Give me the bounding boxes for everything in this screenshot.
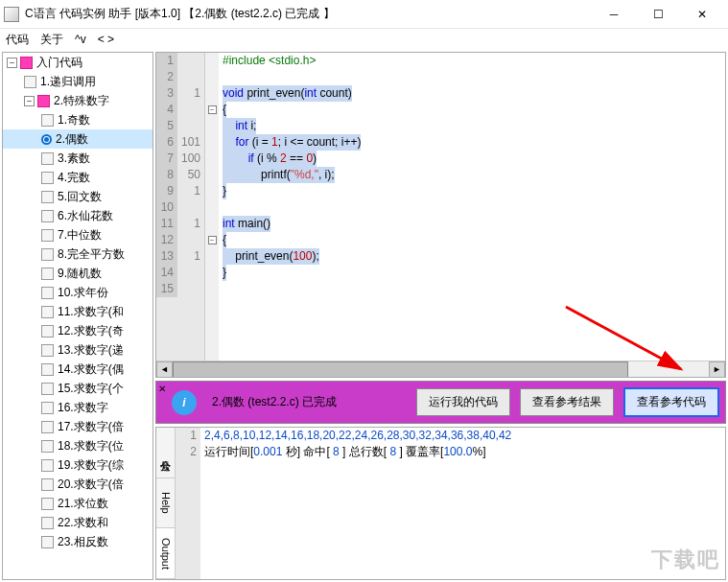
file-icon — [41, 440, 54, 453]
minimize-button[interactable]: ─ — [592, 1, 636, 28]
tree-leaf-5[interactable]: 5.回文数 — [3, 187, 153, 206]
output-content: 2,4,6,8,10,12,14,16,18,20,22,24,26,28,30… — [200, 428, 725, 579]
status-text: 2.偶数 (test2.2.c) 已完成 — [212, 394, 407, 410]
tree-leaf-10[interactable]: 10.求年份 — [3, 283, 153, 302]
tree-leaf-7[interactable]: 7.中位数 — [3, 225, 153, 244]
file-icon — [41, 402, 54, 414]
file-icon — [41, 517, 54, 529]
status-strip: ✕ i 2.偶数 (test2.2.c) 已完成 运行我的代码 查看参考结果 查… — [155, 381, 726, 424]
tree-leaf-4[interactable]: 4.完数 — [3, 168, 153, 187]
view-result-button[interactable]: 查看参考结果 — [520, 388, 614, 416]
editor-gutter: 123456789101112131415 110110050111 — [156, 53, 205, 361]
code-editor[interactable]: 123456789101112131415 110110050111 −− #i… — [155, 52, 726, 378]
horizontal-scrollbar[interactable]: ◄ ► — [156, 361, 725, 377]
panel-close-icon[interactable]: ✕ — [158, 384, 166, 394]
file-icon — [41, 459, 54, 472]
tree-leaf-17[interactable]: 17.求数字(倍 — [3, 417, 153, 436]
window-controls: ─ ☐ ✕ — [592, 1, 724, 28]
tree-leaf-1[interactable]: 1.奇数 — [3, 110, 153, 129]
file-icon — [41, 478, 54, 491]
tree-leaf-14[interactable]: 14.求数字(偶 — [3, 360, 153, 379]
maximize-button[interactable]: ☐ — [636, 1, 680, 28]
collapse-icon[interactable]: − — [24, 96, 35, 106]
file-icon — [41, 421, 54, 433]
output-line-numbers: 12 — [176, 428, 200, 579]
close-button[interactable]: ✕ — [680, 1, 724, 28]
tree-leaf-22[interactable]: 22.求数和 — [3, 513, 153, 532]
run-code-button[interactable]: 运行我的代码 — [416, 388, 510, 416]
tab-gzh[interactable]: 公众号 — [156, 428, 175, 478]
scroll-right-icon[interactable]: ► — [709, 361, 725, 378]
tree-leaf-11[interactable]: 11.求数字(和 — [3, 302, 153, 321]
output-panel: 公众号 Help Output 12 2,4,6,8,10,12,14,16,1… — [155, 427, 726, 580]
file-icon — [41, 306, 54, 318]
file-icon — [41, 248, 54, 261]
fold-icon[interactable]: − — [208, 105, 217, 114]
tree-leaf-23[interactable]: 23.相反数 — [3, 532, 153, 551]
menu-code[interactable]: 代码 — [6, 32, 29, 48]
tab-help[interactable]: Help — [156, 478, 175, 529]
file-icon — [41, 325, 54, 338]
hit-counts: 110110050111 — [177, 53, 204, 297]
file-icon — [41, 210, 54, 222]
file-icon — [41, 172, 54, 184]
tree-node-special-numbers[interactable]: −2.特殊数字 — [3, 91, 153, 110]
info-icon: i — [172, 390, 197, 415]
file-icon — [41, 498, 54, 510]
file-icon — [41, 287, 54, 299]
output-tabs: 公众号 Help Output — [156, 428, 176, 579]
scrollbar-thumb[interactable] — [173, 361, 628, 378]
fold-icon[interactable]: − — [208, 236, 217, 244]
file-icon — [41, 229, 54, 242]
tree-leaf-6[interactable]: 6.水仙花数 — [3, 206, 153, 225]
file-icon — [41, 363, 54, 376]
radio-selected-icon — [41, 134, 52, 145]
scroll-left-icon[interactable]: ◄ — [156, 361, 173, 378]
tree-leaf-15[interactable]: 15.求数字(个 — [3, 379, 153, 398]
file-icon — [41, 536, 54, 548]
folder-icon — [37, 95, 50, 107]
tree-leaf-2-selected[interactable]: 2.偶数 — [3, 129, 153, 149]
output-body[interactable]: 12 2,4,6,8,10,12,14,16,18,20,22,24,26,28… — [176, 428, 725, 579]
tree-leaf-8[interactable]: 8.完全平方数 — [3, 244, 153, 264]
tree-node-recursion[interactable]: 1.递归调用 — [3, 72, 153, 91]
fold-column[interactable]: −− — [205, 53, 219, 361]
tree-leaf-9[interactable]: 9.随机数 — [3, 264, 153, 283]
file-icon — [41, 383, 54, 395]
window-title: C语言 代码实例 助手 [版本1.0] 【2.偶数 (test2.2.c) 已完… — [25, 6, 592, 22]
tree-leaf-18[interactable]: 18.求数字(位 — [3, 436, 153, 455]
tree-leaf-20[interactable]: 20.求数字(倍 — [3, 475, 153, 494]
tree-root[interactable]: −入门代码 — [3, 53, 153, 72]
file-icon — [41, 344, 54, 357]
file-icon — [41, 114, 54, 127]
tree-leaf-13[interactable]: 13.求数字(递 — [3, 340, 153, 360]
tree-leaf-16[interactable]: 16.求数字 — [3, 398, 153, 417]
code-content[interactable]: #include <stdio.h> void print_even(int c… — [219, 53, 725, 361]
menu-mv[interactable]: ^v — [75, 33, 86, 46]
tree-leaf-12[interactable]: 12.求数字(奇 — [3, 321, 153, 340]
file-icon — [41, 152, 54, 165]
tree-leaf-21[interactable]: 21.求位数 — [3, 494, 153, 513]
menu-about[interactable]: 关于 — [40, 32, 63, 48]
tab-output[interactable]: Output — [156, 528, 175, 579]
menu-angle[interactable]: < > — [98, 33, 114, 46]
tree-panel[interactable]: −入门代码 1.递归调用 −2.特殊数字 1.奇数 2.偶数 3.素数 4.完数… — [2, 52, 153, 580]
folder-icon — [20, 57, 33, 69]
title-bar: C语言 代码实例 助手 [版本1.0] 【2.偶数 (test2.2.c) 已完… — [0, 0, 728, 29]
file-icon — [41, 191, 54, 203]
app-icon — [4, 7, 19, 22]
tree-leaf-19[interactable]: 19.求数字(综 — [3, 455, 153, 475]
view-reference-code-button[interactable]: 查看参考代码 — [623, 387, 719, 417]
menu-bar: 代码 关于 ^v < > — [0, 29, 728, 50]
file-icon — [24, 76, 36, 88]
tree-leaf-3[interactable]: 3.素数 — [3, 149, 153, 168]
line-numbers: 123456789101112131415 — [156, 53, 177, 297]
file-icon — [41, 268, 54, 280]
collapse-icon[interactable]: − — [7, 58, 17, 68]
